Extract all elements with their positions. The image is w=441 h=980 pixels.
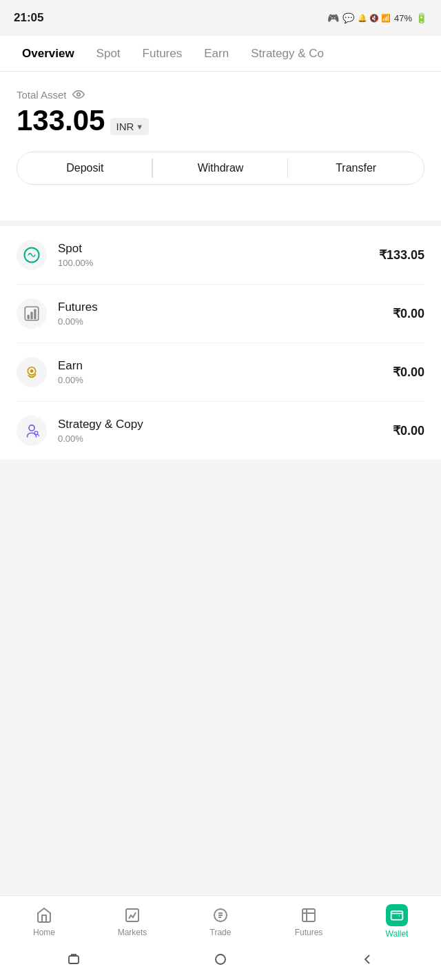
svg-rect-12 bbox=[126, 909, 139, 921]
strategy-percent: 0.00% bbox=[58, 433, 393, 444]
discord-icon: 💬 bbox=[342, 12, 354, 23]
nav-markets[interactable]: Markets bbox=[88, 906, 176, 937]
markets-icon bbox=[123, 906, 142, 925]
status-icons: 🎮 💬 🔔 🔇 📶 47% 🔋 bbox=[327, 12, 427, 23]
nav-home-label: Home bbox=[33, 928, 55, 937]
bottom-nav: Home Markets Trade bbox=[0, 895, 441, 980]
nav-trade-label: Trade bbox=[210, 928, 232, 937]
android-home-btn[interactable] bbox=[210, 949, 231, 970]
futures-icon bbox=[17, 298, 47, 329]
svg-point-8 bbox=[34, 374, 36, 376]
spot-name: Spot bbox=[58, 242, 379, 256]
total-amount: 133.05 INR ▼ bbox=[17, 106, 424, 135]
tab-earn[interactable]: Earn bbox=[193, 37, 240, 70]
nav-wallet-label: Wallet bbox=[386, 929, 409, 939]
battery-indicator: 47% bbox=[394, 13, 412, 23]
nav-trade[interactable]: Trade bbox=[176, 906, 265, 937]
strategy-name: Strategy & Copy bbox=[58, 418, 393, 431]
home-icon bbox=[34, 906, 54, 925]
total-asset-label: Total Asset bbox=[17, 88, 424, 101]
spot-icon bbox=[17, 240, 47, 270]
status-bar: 21:05 🎮 💬 🔔 🔇 📶 47% 🔋 bbox=[0, 0, 441, 36]
deposit-button[interactable]: Deposit bbox=[17, 152, 153, 184]
strategy-amount: ₹0.00 bbox=[393, 423, 424, 438]
asset-item-futures[interactable]: Futures 0.00% ₹0.00 bbox=[17, 285, 424, 343]
main-content: Total Asset 133.05 INR ▼ Deposit Withdra… bbox=[0, 72, 441, 221]
withdraw-button[interactable]: Withdraw bbox=[153, 152, 289, 184]
earn-percent: 0.00% bbox=[58, 375, 393, 385]
futures-percent: 0.00% bbox=[58, 316, 393, 327]
futures-nav-icon bbox=[299, 906, 318, 925]
svg-rect-16 bbox=[69, 956, 79, 963]
spot-amount: ₹133.05 bbox=[379, 247, 424, 263]
futures-amount: ₹0.00 bbox=[393, 306, 424, 321]
svg-point-18 bbox=[216, 955, 225, 964]
svg-rect-15 bbox=[391, 911, 403, 920]
android-recent-btn[interactable] bbox=[63, 949, 84, 970]
earn-info: Earn 0.00% bbox=[58, 359, 393, 385]
android-back-btn[interactable] bbox=[357, 949, 378, 970]
svg-rect-4 bbox=[30, 312, 32, 320]
wallet-icon bbox=[386, 904, 408, 926]
chevron-down-icon: ▼ bbox=[136, 123, 143, 131]
svg-line-11 bbox=[38, 434, 39, 436]
svg-point-7 bbox=[30, 369, 34, 373]
strategy-icon bbox=[17, 416, 47, 446]
tab-spot[interactable]: Spot bbox=[85, 37, 132, 70]
nav-futures[interactable]: Futures bbox=[265, 906, 353, 937]
svg-point-9 bbox=[29, 425, 34, 431]
nav-home[interactable]: Home bbox=[0, 906, 88, 937]
action-buttons: Deposit Withdraw Transfer bbox=[17, 152, 424, 185]
trade-icon bbox=[211, 906, 230, 925]
nav-markets-label: Markets bbox=[118, 928, 147, 937]
futures-info: Futures 0.00% bbox=[58, 300, 393, 327]
android-nav bbox=[0, 944, 441, 980]
currency-selector[interactable]: INR ▼ bbox=[110, 118, 149, 135]
futures-name: Futures bbox=[58, 300, 393, 314]
signal-icons: 🔔 🔇 📶 bbox=[358, 14, 391, 23]
nav-wallet[interactable]: Wallet bbox=[353, 904, 441, 939]
earn-icon bbox=[17, 357, 47, 387]
svg-rect-5 bbox=[34, 309, 36, 320]
transfer-button[interactable]: Transfer bbox=[288, 152, 424, 184]
asset-item-spot[interactable]: Spot 100.00% ₹133.05 bbox=[17, 226, 424, 285]
strategy-info: Strategy & Copy 0.00% bbox=[58, 418, 393, 444]
asset-list: Spot 100.00% ₹133.05 Futures 0.00% ₹0.00 bbox=[0, 226, 441, 460]
spot-info: Spot 100.00% bbox=[58, 242, 379, 268]
tab-overview[interactable]: Overview bbox=[11, 37, 85, 70]
bottom-nav-items: Home Markets Trade bbox=[0, 896, 441, 944]
earn-name: Earn bbox=[58, 359, 393, 373]
battery-icon: 🔋 bbox=[416, 12, 427, 23]
tab-futures[interactable]: Futures bbox=[132, 37, 194, 70]
svg-rect-14 bbox=[302, 909, 315, 921]
asset-item-earn[interactable]: Earn 0.00% ₹0.00 bbox=[17, 343, 424, 402]
currency-label: INR bbox=[116, 121, 134, 132]
status-time: 21:05 bbox=[14, 11, 43, 25]
nav-tabs: Overview Spot Futures Earn Strategy & Co bbox=[0, 36, 441, 72]
asset-item-strategy[interactable]: Strategy & Copy 0.00% ₹0.00 bbox=[17, 402, 424, 460]
nav-futures-label: Futures bbox=[295, 928, 323, 937]
earn-amount: ₹0.00 bbox=[393, 365, 424, 380]
eye-icon[interactable] bbox=[72, 88, 85, 101]
game-icon: 🎮 bbox=[327, 12, 339, 23]
tab-strategy[interactable]: Strategy & Co bbox=[240, 37, 335, 70]
amount-value: 133.05 bbox=[17, 106, 105, 135]
svg-point-0 bbox=[76, 93, 80, 96]
spot-percent: 100.00% bbox=[58, 258, 379, 268]
svg-rect-3 bbox=[28, 315, 30, 320]
